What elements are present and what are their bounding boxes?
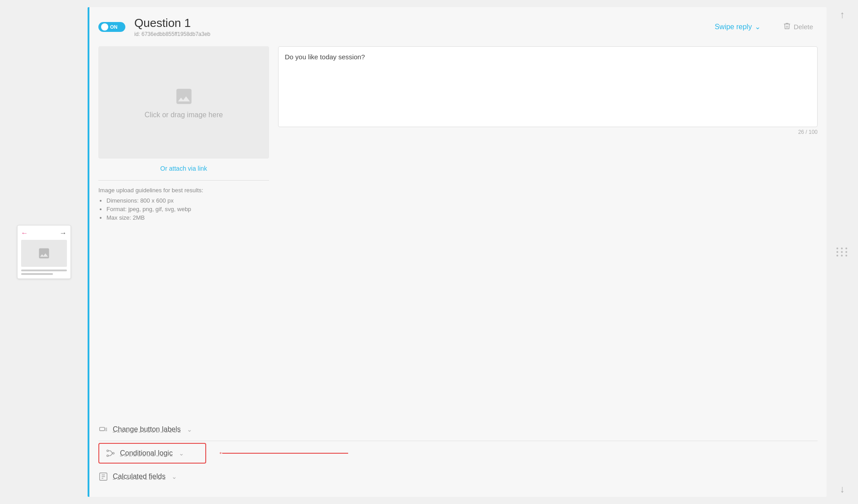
calculated-fields-label: Calculated fields	[113, 473, 165, 481]
drag-dot-6	[845, 251, 847, 253]
change-labels-icon	[98, 424, 108, 434]
change-button-labels-row[interactable]: Change button labels ⌄	[98, 418, 818, 441]
left-panel: ← →	[0, 0, 88, 504]
left-content: Click or drag image here Or attach via l…	[98, 46, 269, 405]
conditional-logic-label: Conditional logic	[120, 449, 172, 457]
chevron-down-icon: ⌄	[755, 22, 761, 31]
image-placeholder-icon	[37, 247, 51, 260]
calculated-fields-chevron: ⌄	[172, 473, 177, 480]
bottom-actions: Change button labels ⌄	[89, 414, 827, 497]
question-container: ON Question 1 id: 6736edbb855ff1958db7a3…	[88, 7, 827, 497]
conditional-logic-icon	[106, 448, 115, 458]
calculated-fields-row[interactable]: Calculated fields ⌄	[98, 465, 818, 488]
guidelines-list: Dimensions: 800 x 600 px Format: jpeg, p…	[98, 197, 269, 221]
thumbnail-card: ← →	[17, 225, 71, 279]
question-title: Question 1	[134, 16, 210, 30]
guidelines: Image upload guidelines for best results…	[98, 187, 269, 221]
thumbnail-line-2	[21, 273, 53, 275]
question-title-block: Question 1 id: 6736edbb855ff1958db7a3eb	[134, 16, 210, 37]
guideline-item-2: Format: jpeg, png, gif, svg, webp	[106, 206, 269, 212]
drag-dot-5	[841, 251, 843, 253]
drag-handle[interactable]	[832, 243, 853, 261]
drag-dot-7	[836, 255, 838, 256]
right-content: 26 / 100	[278, 46, 818, 405]
thumbnail-lines	[21, 270, 67, 275]
change-labels-chevron: ⌄	[187, 426, 192, 433]
prev-arrow[interactable]: ←	[21, 229, 28, 237]
swipe-reply-label: Swipe reply	[715, 23, 752, 31]
svg-point-5	[107, 455, 109, 457]
drag-dot-1	[836, 248, 838, 249]
thumbnail-line-1	[21, 270, 67, 271]
guidelines-title: Image upload guidelines for best results…	[98, 187, 269, 194]
change-button-labels-label: Change button labels	[113, 425, 181, 433]
question-id: id: 6736edbb855ff1958db7a3eb	[134, 31, 210, 37]
drag-dot-8	[841, 255, 843, 256]
guideline-item-1: Dimensions: 800 x 600 px	[106, 197, 269, 204]
conditional-logic-row[interactable]: Conditional logic ⌄	[98, 443, 206, 464]
down-arrow-button[interactable]: ↓	[840, 483, 845, 495]
delete-label: Delete	[794, 23, 813, 31]
svg-point-4	[107, 450, 109, 452]
swipe-reply-button[interactable]: Swipe reply ⌄	[715, 22, 761, 31]
content-area: Click or drag image here Or attach via l…	[89, 42, 827, 414]
calculated-fields-icon	[98, 472, 108, 482]
svg-point-6	[113, 452, 115, 454]
image-upload-label: Click or drag image here	[145, 111, 223, 119]
drag-dot-3	[845, 248, 847, 249]
delete-button[interactable]: Delete	[783, 22, 813, 31]
thumbnail-image	[21, 240, 67, 267]
image-upload-box[interactable]: Click or drag image here	[98, 46, 269, 159]
svg-line-8	[111, 451, 113, 454]
upload-image-icon	[172, 86, 196, 106]
up-arrow-button[interactable]: ↑	[840, 9, 845, 21]
red-arrow	[222, 453, 348, 454]
next-arrow[interactable]: →	[60, 229, 67, 237]
trash-icon	[783, 22, 791, 31]
guideline-item-3: Max size: 2MB	[106, 214, 269, 221]
question-textarea[interactable]	[278, 46, 818, 127]
drag-dot-2	[841, 248, 843, 249]
divider	[98, 180, 269, 181]
attach-via-link[interactable]: Or attach via link	[98, 163, 269, 174]
drag-dot-4	[836, 251, 838, 253]
svg-line-9	[111, 453, 113, 456]
right-nav-buttons: ↑ ↓	[827, 0, 858, 504]
conditional-logic-chevron: ⌄	[179, 450, 184, 457]
thumbnail-nav: ← →	[21, 229, 67, 237]
main-wrapper: ON Question 1 id: 6736edbb855ff1958db7a3…	[88, 0, 858, 504]
svg-rect-0	[100, 427, 105, 430]
drag-dot-9	[845, 255, 847, 256]
red-arrow-line	[222, 453, 348, 454]
question-header: ON Question 1 id: 6736edbb855ff1958db7a3…	[89, 7, 827, 42]
toggle-button[interactable]: ON	[98, 22, 125, 32]
char-count: 26 / 100	[278, 129, 818, 135]
